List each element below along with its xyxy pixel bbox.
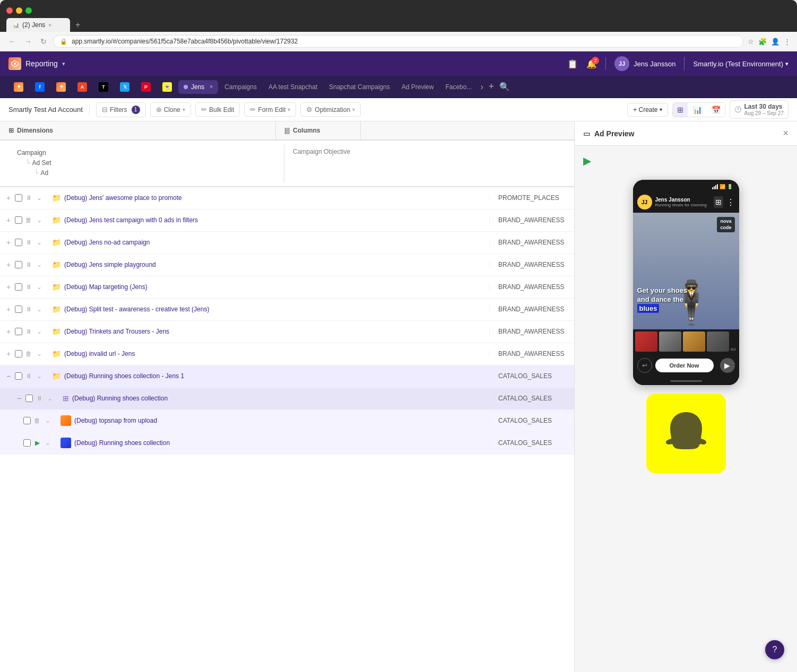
menu-icon[interactable]: ⋮ (784, 38, 791, 46)
row-link-8[interactable]: (Debug) Running shoes collection - Jens … (64, 372, 184, 380)
forward-btn[interactable]: → (22, 36, 34, 47)
row-expand-btn-6[interactable]: + (4, 327, 13, 336)
row-checkbox-6[interactable] (15, 328, 22, 335)
row-checkbox-9[interactable] (25, 395, 33, 402)
notification-btn[interactable]: 🔔 2 (586, 59, 597, 69)
platform-tab-snapchat[interactable]: 👻 (157, 79, 177, 95)
row-link-10[interactable]: (Debug) topsnap from upload (74, 417, 157, 424)
row-chevron-btn-2[interactable]: ⌄ (35, 238, 44, 247)
chart-view-btn[interactable]: 📊 (689, 103, 706, 117)
row-expand-btn-7[interactable]: + (4, 350, 13, 358)
platform-tab-campaigns[interactable]: Campaigns (219, 80, 262, 94)
platform-tab-aa-snapchat[interactable]: AA test Snapchat (263, 80, 323, 94)
platform-tab-jens[interactable]: Jens × (178, 80, 218, 94)
row-link-3[interactable]: (Debug) Jens simple playground (64, 261, 156, 268)
tab-close-btn[interactable]: × (48, 22, 51, 28)
row-checkbox-5[interactable] (15, 306, 22, 313)
maximize-window-btn[interactable] (25, 7, 32, 14)
row-chevron-btn-3[interactable]: ⌄ (35, 260, 44, 269)
row-chevron-btn-10[interactable]: ⌄ (44, 416, 52, 425)
row-checkbox-4[interactable] (15, 283, 22, 291)
row-pause-btn-4[interactable]: ⏸ (24, 283, 33, 291)
back-btn[interactable]: ← (6, 36, 18, 47)
row-pause-btn-9[interactable]: ⏸ (35, 394, 44, 403)
platform-tab-tiktok[interactable]: T (93, 79, 114, 95)
platform-tab-smartly2[interactable]: ✦ (51, 79, 71, 95)
row-pause-btn-3[interactable]: ⏸ (24, 260, 33, 269)
minimize-window-btn[interactable] (16, 7, 22, 14)
create-btn[interactable]: + Create ▾ (627, 103, 668, 117)
platform-tab-meta[interactable]: f (30, 79, 50, 95)
row-expand-btn-2[interactable]: + (4, 238, 13, 247)
grid-view-btn[interactable]: ⊞ (673, 103, 688, 117)
row-checkbox-0[interactable] (15, 194, 22, 202)
row-link-4[interactable]: (Debug) Map targeting (Jens) (64, 283, 148, 291)
row-chevron-btn-5[interactable]: ⌄ (35, 305, 44, 313)
user-menu[interactable]: JJ Jens Jansson (614, 56, 676, 71)
tabs-add-btn[interactable]: + (487, 79, 497, 94)
browser-tab-active[interactable]: 📊 (2) Jens × (6, 18, 70, 32)
row-chevron-btn-8[interactable]: ⌄ (35, 372, 44, 380)
row-checkbox-2[interactable] (15, 239, 22, 246)
row-chevron-btn-9[interactable]: ⌄ (46, 394, 54, 403)
row-checkbox-7[interactable] (15, 350, 22, 357)
row-delete-btn-1[interactable]: 🗑 (24, 216, 33, 224)
preview-close-btn[interactable]: × (783, 128, 789, 139)
row-expand-btn-4[interactable]: + (4, 283, 13, 291)
row-checkbox-8[interactable] (15, 372, 22, 380)
row-pause-btn-0[interactable]: ⏸ (24, 194, 33, 202)
row-expand-btn-3[interactable]: + (4, 260, 13, 269)
platform-tab-pinterest[interactable]: P (136, 79, 156, 95)
row-play-btn-11[interactable]: ▶ (33, 439, 41, 447)
platform-tab-facebook-campaigns[interactable]: Ad Preview (396, 80, 439, 94)
address-bar[interactable]: 🔒 app.smartly.io/#/companies/561f5ca758e… (53, 35, 743, 48)
row-chevron-btn-7[interactable]: ⌄ (35, 350, 44, 358)
row-pause-btn-6[interactable]: ⏸ (24, 327, 33, 336)
row-pause-btn-8[interactable]: ⏸ (24, 372, 33, 380)
extensions-icon[interactable]: 🧩 (758, 38, 767, 46)
platform-tab-smartly1[interactable]: ✦ (8, 79, 29, 95)
row-expand-btn-1[interactable]: + (4, 216, 13, 224)
row-expand-btn-5[interactable]: + (4, 305, 13, 313)
profile-icon[interactable]: 👤 (771, 38, 779, 46)
bookmark-icon[interactable]: ☆ (748, 38, 754, 46)
row-chevron-btn-0[interactable]: ⌄ (35, 194, 44, 202)
row-link-7[interactable]: (Debug) invalid url - Jens (64, 350, 135, 357)
close-window-btn[interactable] (6, 7, 13, 14)
new-tab-btn[interactable]: + (71, 18, 84, 32)
row-link-0[interactable]: (Debug) Jens' awesome place to promote (64, 194, 182, 202)
row-checkbox-11[interactable] (23, 439, 31, 447)
tabs-search-btn[interactable]: 🔍 (497, 80, 512, 94)
row-checkbox-10[interactable] (23, 417, 31, 424)
filters-btn[interactable]: ⊟ Filters 1 (96, 102, 146, 117)
row-collapse-btn-8[interactable]: − (4, 372, 13, 380)
app-logo[interactable]: Reporting ▾ (8, 57, 65, 70)
row-delete-btn-7[interactable]: 🗑 (24, 350, 33, 358)
row-chevron-btn-4[interactable]: ⌄ (35, 283, 44, 291)
date-range-picker[interactable]: 🕐 Last 30 days Aug 29 – Sep 27 (730, 100, 789, 119)
doc-icon[interactable]: 📋 (567, 59, 578, 69)
row-link-1[interactable]: (Debug) Jens test campaign with 0 ads in… (64, 216, 198, 224)
row-link-6[interactable]: (Debug) Trinkets and Trousers - Jens (64, 328, 169, 335)
row-expand-btn-0[interactable]: + (4, 194, 13, 202)
jens-tab-close[interactable]: × (210, 84, 213, 90)
platform-tab-adroll[interactable]: A (72, 79, 92, 95)
clone-btn[interactable]: ⊕ Clone ▾ (150, 102, 191, 117)
row-chevron-btn-1[interactable]: ⌄ (35, 216, 44, 224)
tabs-more-btn[interactable]: › (478, 80, 485, 94)
calendar-view-btn[interactable]: 📅 (707, 103, 725, 117)
row-delete-btn-10[interactable]: 🗑 (33, 416, 41, 425)
preview-play-btn[interactable]: ▶ (583, 154, 591, 167)
row-pause-btn-5[interactable]: ⏸ (24, 305, 33, 313)
row-pause-btn-2[interactable]: ⏸ (24, 238, 33, 247)
row-checkbox-1[interactable] (15, 216, 22, 224)
cta-button[interactable]: Order Now (655, 359, 714, 372)
row-collapse-btn-9[interactable]: − (15, 394, 23, 403)
row-chevron-btn-6[interactable]: ⌄ (35, 327, 44, 336)
cta-arrow[interactable]: ▶ (720, 358, 735, 373)
row-chevron-btn-11[interactable]: ⌄ (44, 439, 52, 447)
row-checkbox-3[interactable] (15, 261, 22, 268)
env-selector[interactable]: Smartly.io (Test Environment) ▾ (693, 60, 789, 68)
platform-tab-twitter[interactable]: 𝕏 (115, 79, 135, 95)
row-link-9[interactable]: (Debug) Running shoes collection (72, 395, 168, 402)
